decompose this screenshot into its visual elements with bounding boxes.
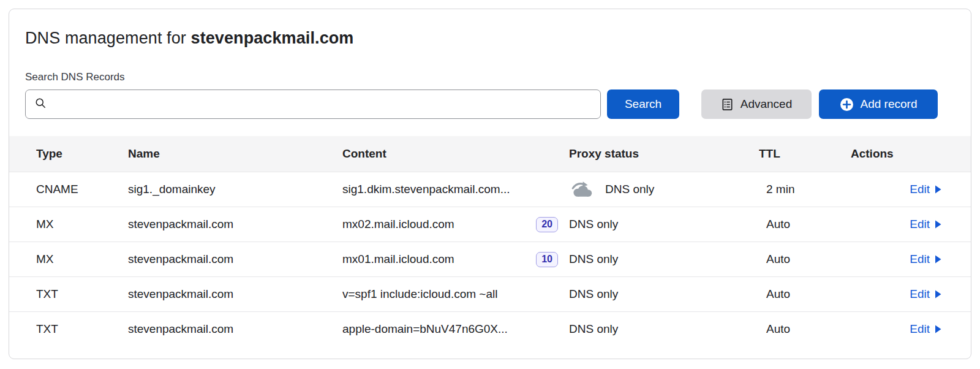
record-content-text: mx01.mail.icloud.com	[342, 253, 454, 266]
advanced-list-icon	[721, 98, 734, 111]
column-header-ttl: TTL	[759, 147, 851, 161]
table-row-mx-20: MX stevenpackmail.com mx02.mail.icloud.c…	[9, 207, 971, 242]
card-header: DNS management for stevenpackmail.com Se…	[9, 9, 971, 119]
record-type: TXT	[36, 322, 128, 336]
edit-button-label: Edit	[910, 218, 930, 231]
record-content-text: apple-domain=bNuV47n6G0X...	[342, 322, 508, 336]
add-record-button[interactable]: Add record	[819, 89, 938, 119]
column-header-proxy-status: Proxy status	[569, 147, 759, 161]
record-ttl: Auto	[759, 218, 851, 231]
table-row-txt-spf: TXT stevenpackmail.com v=spf1 include:ic…	[9, 276, 971, 311]
record-content: mx02.mail.icloud.com 20	[342, 217, 569, 232]
mx-priority-badge: 10	[536, 252, 558, 267]
dns-management-card: DNS management for stevenpackmail.com Se…	[9, 9, 971, 359]
table-row-cname: CNAME sig1._domainkey sig1.dkim.stevenpa…	[9, 172, 971, 207]
chevron-right-icon	[935, 325, 941, 333]
record-actions: Edit	[851, 287, 941, 301]
add-record-button-label: Add record	[861, 97, 918, 111]
column-header-content: Content	[342, 147, 569, 161]
column-header-type: Type	[36, 147, 128, 161]
chevron-right-icon	[935, 255, 941, 264]
record-content-text: v=spf1 include:icloud.com ~all	[342, 287, 497, 301]
mx-priority-badge: 20	[536, 217, 558, 232]
table-header-row: Type Name Content Proxy status TTL Actio…	[9, 136, 971, 172]
dns-records-table: Type Name Content Proxy status TTL Actio…	[9, 136, 971, 346]
record-actions: Edit	[851, 253, 941, 266]
record-type: CNAME	[36, 183, 128, 196]
edit-button-label: Edit	[910, 322, 930, 336]
edit-button[interactable]: Edit	[910, 322, 941, 336]
domain-name: stevenpackmail.com	[191, 29, 354, 47]
edit-button[interactable]: Edit	[910, 287, 941, 301]
record-name: stevenpackmail.com	[128, 287, 342, 301]
record-actions: Edit	[851, 218, 941, 231]
column-header-actions: Actions	[851, 147, 941, 161]
edit-button[interactable]: Edit	[910, 253, 941, 266]
record-ttl: Auto	[759, 253, 851, 266]
proxy-status-cell: DNS only	[569, 322, 759, 336]
record-ttl: Auto	[759, 287, 851, 301]
table-row-mx-10: MX stevenpackmail.com mx01.mail.icloud.c…	[9, 242, 971, 276]
table-row-txt-apple: TXT stevenpackmail.com apple-domain=bNuV…	[9, 311, 971, 346]
record-content: mx01.mail.icloud.com 10	[342, 252, 569, 267]
proxy-status-label: DNS only	[605, 183, 654, 196]
page-title-prefix: DNS management for	[25, 29, 191, 47]
record-name: stevenpackmail.com	[128, 322, 342, 336]
record-name: stevenpackmail.com	[128, 253, 342, 266]
proxy-status-cell: DNS only	[569, 253, 759, 266]
record-actions: Edit	[851, 322, 941, 336]
proxy-status-cell: DNS only	[569, 180, 759, 199]
search-icon	[34, 97, 47, 112]
record-type: MX	[36, 253, 128, 266]
proxy-status-cell: DNS only	[569, 287, 759, 301]
edit-button-label: Edit	[910, 183, 930, 196]
proxy-status-label: DNS only	[569, 218, 618, 231]
record-type: MX	[36, 218, 128, 231]
proxy-status-label: DNS only	[569, 287, 618, 301]
record-ttl: Auto	[759, 322, 851, 336]
proxy-status-cell: DNS only	[569, 218, 759, 231]
record-content-text: mx02.mail.icloud.com	[342, 218, 454, 231]
dns-only-cloud-icon	[569, 180, 595, 199]
edit-button-label: Edit	[910, 253, 930, 266]
chevron-right-icon	[935, 290, 941, 299]
search-button[interactable]: Search	[607, 89, 679, 119]
proxy-status-label: DNS only	[569, 322, 618, 336]
search-box[interactable]	[25, 89, 601, 119]
proxy-status-label: DNS only	[569, 253, 618, 266]
record-actions: Edit	[851, 183, 941, 196]
page-title: DNS management for stevenpackmail.com	[25, 29, 938, 48]
chevron-right-icon	[935, 185, 941, 194]
record-name: stevenpackmail.com	[128, 218, 342, 231]
edit-button-label: Edit	[910, 287, 930, 301]
edit-button[interactable]: Edit	[910, 218, 941, 231]
chevron-right-icon	[935, 220, 941, 229]
plus-circle-icon	[840, 97, 854, 112]
record-type: TXT	[36, 287, 128, 301]
advanced-button-label: Advanced	[741, 97, 793, 111]
record-content-text: sig1.dkim.stevenpackmail.com...	[342, 183, 510, 196]
search-label: Search DNS Records	[25, 71, 938, 83]
record-content: sig1.dkim.stevenpackmail.com...	[342, 183, 569, 196]
record-content: v=spf1 include:icloud.com ~all	[342, 287, 569, 301]
edit-button[interactable]: Edit	[910, 183, 941, 196]
record-content: apple-domain=bNuV47n6G0X...	[342, 322, 569, 336]
advanced-button[interactable]: Advanced	[701, 89, 812, 119]
record-name: sig1._domainkey	[128, 183, 342, 196]
record-ttl: 2 min	[759, 183, 851, 196]
column-header-name: Name	[128, 147, 342, 161]
search-controls: Search Advanced Add record	[25, 89, 938, 119]
search-input[interactable]	[53, 90, 592, 118]
